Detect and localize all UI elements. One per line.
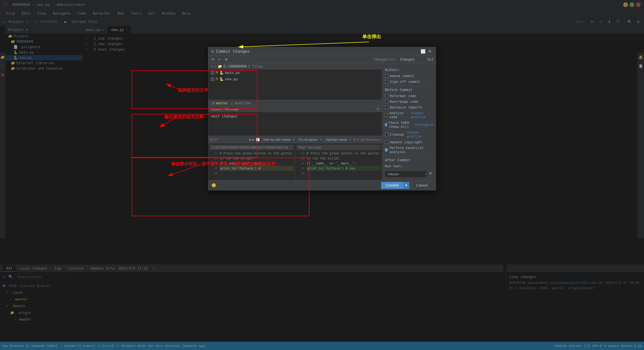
check-todo-checkbox[interactable]: ✓ — [385, 123, 387, 126]
analyze-profile-link[interactable]: Choose profile — [411, 111, 433, 119]
rearrange-option[interactable]: Rearrange code — [385, 100, 433, 104]
run-tool-settings[interactable]: ⚙ — [428, 170, 433, 177]
git-tab-header[interactable]: Git — [428, 57, 434, 61]
commit-msg-header: Commit Message ⚙ — [208, 106, 382, 112]
diff-toolbar: Diff ◀ ▶ ⬜ Side-by-side viewer Do not ig… — [208, 136, 382, 143]
rearrange-checkbox[interactable] — [385, 100, 388, 103]
run-tool-select[interactable]: <None> — [385, 171, 427, 178]
dialog-right: Author: Amend commit Sign-off commit Bef… — [382, 63, 436, 180]
analyze-label: Analyze code — [389, 111, 408, 119]
view-mode-select[interactable]: Side-by-side viewer — [261, 137, 295, 142]
analyze-option[interactable]: Analyze code Choose profile — [385, 111, 433, 119]
sonarlint-checkbox[interactable]: ✓ — [385, 148, 388, 152]
amend-commit-checkbox[interactable] — [385, 74, 388, 78]
rearrange-label: Rearrange code — [390, 100, 418, 104]
folder-checkbox: ☑ — [214, 64, 216, 68]
dialog-close-button[interactable]: ✕ — [427, 49, 432, 54]
diff-expand-btn[interactable]: ⬜ — [256, 138, 260, 141]
commit-dropdown-arrow[interactable]: ▾ — [403, 182, 410, 189]
analyze-checkbox[interactable] — [385, 113, 388, 117]
diff-prev-btn[interactable]: ◀ — [248, 138, 251, 141]
amend-commit-option[interactable]: Amend commit — [385, 74, 433, 78]
reformat-checkbox[interactable] — [385, 94, 388, 98]
sonarlint-option[interactable]: ✓ Perform SonarLint analysis — [385, 146, 433, 154]
commit-dialog: ⊙ Commit Changes ⬜ ✕ ⟳ ↩ ⚙ Changelist: C… — [208, 47, 436, 190]
diff-next-btn[interactable]: ▶ — [252, 138, 254, 141]
commit-msg-settings[interactable]: ⚙ — [376, 107, 379, 111]
dialog-footer: 😊 Commit ▾ Cancel — [208, 180, 436, 190]
signoff-commit-option[interactable]: Sign-off commit — [385, 80, 433, 84]
diff-content-left: # Press the green button in the gutter t… — [220, 151, 294, 176]
diff-left-header: c14272949764dfc02d53cd0e14fc545ae51b371a — [210, 145, 294, 150]
signoff-commit-label: Sign-off commit — [390, 80, 420, 84]
dialog-body: ▾ ☑ 📁 E:\00000000 2 files M 🐍 main.py — [208, 63, 436, 180]
reformat-option[interactable]: Reformat code — [385, 94, 433, 98]
dialog-expand-button[interactable]: ⬜ — [420, 49, 426, 54]
diff-right-pane: Your version 1213141516 # Press the gree… — [295, 143, 382, 180]
modal-overlay: ⊙ Commit Changes ⬜ ✕ ⟳ ↩ ⚙ Changelist: C… — [0, 0, 644, 350]
changelist-label: Changelist: — [374, 57, 397, 61]
after-commit-label: After Commit — [385, 158, 433, 162]
dialog-left: ▾ ☑ 📁 E:\00000000 2 files M 🐍 main.py — [208, 63, 382, 180]
file-row-newpy[interactable]: M 🐍 new.py — [208, 76, 382, 82]
commit-button-group: Commit ▾ — [381, 182, 410, 189]
sonarlint-label: Perform SonarLint analysis — [390, 146, 433, 154]
diff-left-pane: c14272949764dfc02d53cd0e14fc545ae51b371a… — [208, 143, 295, 180]
mainpy-label: main.py — [225, 71, 240, 75]
optimize-checkbox[interactable] — [385, 106, 388, 109]
commit-message-input[interactable]: next changes — [208, 112, 382, 136]
configure-link[interactable]: Configure — [415, 123, 433, 127]
divider-1 — [385, 86, 433, 86]
folder-path: E:\00000000 — [224, 64, 247, 68]
dialog-settings-btn[interactable]: ⚙ — [224, 57, 229, 62]
check-todo-option[interactable]: ✓ Check TODO (Show All) Configure — [385, 121, 433, 129]
callout-text: 单击弹出 — [362, 34, 381, 39]
expand-icon: ▾ — [211, 64, 213, 68]
file-row-mainpy[interactable]: M 🐍 main.py — [208, 69, 382, 76]
file-count: 2 files — [248, 64, 263, 68]
cleanup-profile-link[interactable]: Choose profile — [407, 130, 433, 138]
dialog-titlebar: ⊙ Commit Changes ⬜ ✕ — [208, 47, 436, 56]
newpy-checkbox[interactable] — [211, 77, 214, 81]
emoji-button[interactable]: 😊 — [212, 183, 216, 188]
diff-count: 1 difference — [357, 138, 380, 141]
signoff-commit-checkbox[interactable] — [385, 80, 388, 83]
reformat-label: Reformat code — [390, 94, 416, 98]
diff-content-right: # Press the green button in the gutter t… — [306, 151, 381, 176]
mainpy-checkbox[interactable] — [211, 71, 214, 74]
ignore-whitespace-select[interactable]: Do not ignore — [296, 137, 322, 142]
update-copyright-label: Update copyright — [390, 140, 422, 144]
update-copyright-option[interactable]: Update copyright — [385, 140, 433, 144]
check-todo-label: Check TODO (Show All) — [389, 121, 412, 129]
diff-section: Diff ◀ ▶ ⬜ Side-by-side viewer Do not ig… — [208, 136, 382, 180]
commit-msg-label: Commit Message — [211, 107, 239, 111]
dialog-refresh-btn[interactable]: ⟳ — [210, 57, 216, 62]
amend-commit-label: Amend commit — [390, 74, 414, 78]
update-copyright-checkbox[interactable] — [385, 140, 388, 144]
run-tool-label: Run tool: — [385, 164, 433, 168]
diff-view: c14272949764dfc02d53cd0e14fc545ae51b371a… — [208, 143, 382, 180]
dialog-files: ▾ ☑ 📁 E:\00000000 2 files M 🐍 main.py — [208, 63, 382, 100]
branch-name: master — [216, 101, 228, 105]
dialog-title: ⊙ Commit Changes — [212, 49, 250, 54]
before-commit-label: Before Commit — [385, 88, 433, 92]
cancel-button[interactable]: Cancel — [412, 182, 432, 189]
run-tool-row: <None> ⚙ — [385, 169, 433, 178]
optimize-option[interactable]: Optimize imports — [385, 105, 433, 109]
commit-button[interactable]: Commit — [381, 182, 403, 189]
diff-right-header: Your version — [296, 145, 381, 150]
file-row-root[interactable]: ▾ ☑ 📁 E:\00000000 2 files — [208, 63, 382, 69]
changes-tab-header[interactable]: Changes — [400, 57, 415, 61]
commit-icon: ⊙ — [212, 49, 214, 54]
branch-icon: ⎇ — [211, 101, 215, 105]
cleanup-checkbox[interactable] — [385, 133, 388, 136]
highlight-words-select[interactable]: Highlight words — [324, 137, 352, 142]
diff-label: Diff — [210, 138, 218, 142]
mainpy-icon: 🐍 — [219, 71, 224, 75]
diff-left-file: c14272949764dfc02d53cd0e14fc545ae51b371a — [212, 145, 288, 149]
callout-yellow: 单击弹出 — [362, 33, 381, 40]
dialog-rollback-btn[interactable]: ↩ — [217, 57, 222, 62]
cleanup-option[interactable]: Cleanup Choose profile — [385, 130, 433, 138]
dialog-toolbar: ⟳ ↩ ⚙ Changelist: Changes Git — [208, 56, 436, 63]
diff-settings-btn[interactable]: ⚙ — [353, 138, 356, 141]
